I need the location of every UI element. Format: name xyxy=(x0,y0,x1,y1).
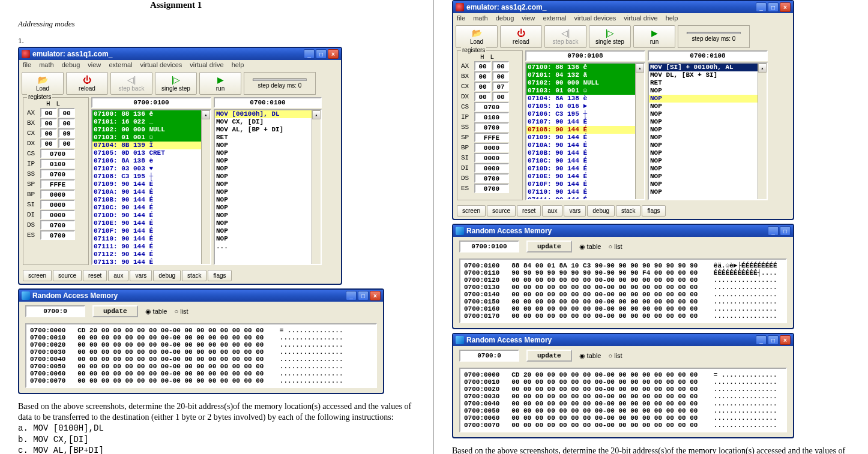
flags-button[interactable]: flags xyxy=(208,270,231,281)
delay-slider[interactable]: step delay ms: 0 xyxy=(244,72,316,95)
reset-button[interactable]: reset xyxy=(517,205,541,217)
reg-sp[interactable]: FFFE xyxy=(474,133,509,142)
ram-addr-input[interactable]: 0700:0 xyxy=(459,350,519,362)
close-button[interactable]: × xyxy=(328,49,339,59)
reg-bh[interactable]: 00 xyxy=(474,71,491,81)
maximize-button[interactable]: □ xyxy=(768,335,779,345)
minimize-button[interactable]: _ xyxy=(756,335,767,345)
screen-button[interactable]: screen xyxy=(23,270,52,281)
reg-bp[interactable]: 0000 xyxy=(474,143,509,152)
disasm-listbox[interactable]: MOV [00100h], DL MOV CX, [DI] MOV AL, [B… xyxy=(214,109,322,265)
reg-ah[interactable]: 00 xyxy=(40,108,57,118)
radio-table[interactable]: ◉table xyxy=(579,243,601,251)
reload-button[interactable]: ⏻reload xyxy=(500,25,542,48)
reg-ch[interactable]: 00 xyxy=(474,82,491,91)
menu-external[interactable]: external xyxy=(109,61,132,68)
debug-button[interactable]: debug xyxy=(587,205,615,217)
addr-display-left[interactable]: 0700:0108 xyxy=(525,50,645,61)
aux-button[interactable]: aux xyxy=(108,270,128,281)
reg-ip[interactable]: 0100 xyxy=(474,112,509,122)
reg-es[interactable]: 0700 xyxy=(40,230,75,240)
menu-vdevices[interactable]: virtual devices xyxy=(140,61,182,68)
run-button[interactable]: ▶run xyxy=(633,25,675,48)
stepback-button[interactable]: ◁|step back xyxy=(544,25,586,48)
radio-table[interactable]: ◉table xyxy=(145,308,167,315)
screen-button[interactable]: screen xyxy=(457,205,486,217)
menu-file[interactable]: file xyxy=(457,14,465,22)
reg-ch[interactable]: 00 xyxy=(40,128,57,138)
reg-sp[interactable]: FFFE xyxy=(40,179,75,189)
radio-list[interactable]: ○list xyxy=(608,243,622,250)
load-button[interactable]: 📂Load xyxy=(456,25,498,48)
menu-external[interactable]: external xyxy=(543,14,566,22)
menu-view[interactable]: view xyxy=(522,14,535,22)
reload-button[interactable]: ⏻reload xyxy=(66,72,108,95)
menu-vdevices[interactable]: virtual devices xyxy=(574,14,616,22)
scrollbar[interactable]: ▴ xyxy=(758,64,767,199)
memory-listbox[interactable]: 07100: 88 136 ê 07101: 84 132 ä 07102: 0… xyxy=(525,62,645,200)
menu-debug[interactable]: debug xyxy=(62,61,80,68)
reg-al[interactable]: 00 xyxy=(58,108,75,118)
source-button[interactable]: source xyxy=(487,205,516,217)
scrollbar[interactable]: ▴ xyxy=(312,110,321,264)
reg-bh[interactable]: 00 xyxy=(40,118,57,128)
vars-button[interactable]: vars xyxy=(564,205,586,217)
stack-button[interactable]: stack xyxy=(616,205,640,217)
reg-ss[interactable]: 0700 xyxy=(40,169,75,179)
disasm-listbox[interactable]: MOV [SI] + 00100h, AL MOV DL, [BX + SI] … xyxy=(648,62,768,200)
menu-math[interactable]: math xyxy=(39,61,53,68)
source-button[interactable]: source xyxy=(53,270,82,281)
radio-table[interactable]: ◉table xyxy=(579,352,601,360)
radio-list[interactable]: ○list xyxy=(174,308,188,315)
reg-ss[interactable]: 0700 xyxy=(474,122,509,132)
minimize-button[interactable]: _ xyxy=(346,291,357,300)
load-button[interactable]: 📂Load xyxy=(22,72,64,95)
radio-list[interactable]: ○list xyxy=(608,352,622,359)
maximize-button[interactable]: □ xyxy=(316,49,327,59)
addr-display-right[interactable]: 0700:0108 xyxy=(648,50,768,61)
menu-math[interactable]: math xyxy=(473,14,487,22)
update-button[interactable]: update xyxy=(526,240,572,252)
reg-cs[interactable]: 0700 xyxy=(474,102,509,112)
reg-di[interactable]: 0000 xyxy=(474,163,509,173)
menu-help[interactable]: help xyxy=(666,14,678,22)
reg-ds[interactable]: 0700 xyxy=(474,173,509,183)
debug-button[interactable]: debug xyxy=(153,270,181,281)
update-button[interactable]: update xyxy=(92,305,138,317)
vars-button[interactable]: vars xyxy=(130,270,152,281)
update-button[interactable]: update xyxy=(526,350,572,362)
reg-dh[interactable]: 00 xyxy=(40,139,57,148)
delay-slider[interactable]: step delay ms: 0 xyxy=(678,25,750,48)
menu-help[interactable]: help xyxy=(232,61,244,68)
scrollbar[interactable]: ▴ xyxy=(201,110,210,264)
minimize-button[interactable]: _ xyxy=(756,2,767,12)
maximize-button[interactable]: □ xyxy=(768,2,779,12)
hex-dump[interactable]: 0700:0000 CD 20 00 00 00 00 00 00-00 00 … xyxy=(459,368,787,432)
reg-ds[interactable]: 0700 xyxy=(40,220,75,230)
reg-bp[interactable]: 0000 xyxy=(40,190,75,199)
close-button[interactable]: × xyxy=(780,335,791,345)
menu-view[interactable]: view xyxy=(88,61,101,68)
ram-addr-input[interactable]: 0700:0100 xyxy=(459,240,519,252)
menu-file[interactable]: file xyxy=(23,61,31,68)
ram-addr-input[interactable]: 0700:0 xyxy=(25,305,85,317)
reg-dh[interactable]: 00 xyxy=(474,92,491,101)
scrollbar[interactable]: ▴ xyxy=(635,64,644,199)
reg-cl[interactable]: 09 xyxy=(58,128,75,138)
reg-di[interactable]: 0000 xyxy=(40,210,75,220)
reg-dl[interactable]: 00 xyxy=(492,92,509,101)
stack-button[interactable]: stack xyxy=(182,270,206,281)
reg-bl[interactable]: 00 xyxy=(58,118,75,128)
close-button[interactable]: × xyxy=(780,2,791,12)
singlestep-button[interactable]: |▷single step xyxy=(155,72,197,95)
reg-cl[interactable]: 07 xyxy=(492,82,509,91)
minimize-button[interactable]: _ xyxy=(304,49,315,59)
run-button[interactable]: ▶run xyxy=(199,72,241,95)
stepback-button[interactable]: ◁|step back xyxy=(110,72,152,95)
reg-es[interactable]: 0700 xyxy=(474,184,509,193)
reg-dl[interactable]: 00 xyxy=(58,139,75,148)
menu-debug[interactable]: debug xyxy=(496,14,514,22)
hex-dump[interactable]: 0700:0000 CD 20 00 00 00 00 00 00-00 00 … xyxy=(25,323,377,388)
minimize-button[interactable]: _ xyxy=(768,226,779,236)
addr-display-right[interactable]: 0700:0100 xyxy=(214,97,322,108)
